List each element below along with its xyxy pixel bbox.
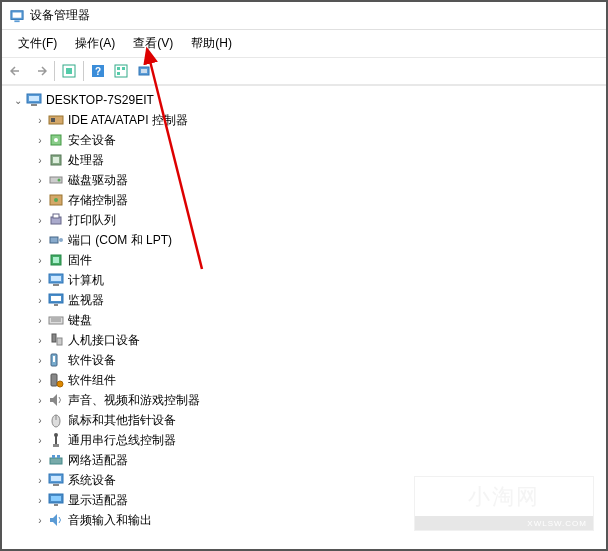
expander-closed-icon[interactable]: › [34, 434, 46, 446]
category-node[interactable]: ›软件设备 [32, 350, 606, 370]
menu-action[interactable]: 操作(A) [67, 32, 123, 55]
expander-closed-icon[interactable]: › [34, 314, 46, 326]
menu-view[interactable]: 查看(V) [125, 32, 181, 55]
svg-rect-51 [53, 444, 59, 447]
svg-rect-10 [117, 72, 120, 75]
expander-closed-icon[interactable]: › [34, 474, 46, 486]
svg-text:?: ? [95, 66, 101, 77]
computer-icon [26, 92, 42, 108]
category-label: 监视器 [68, 292, 104, 309]
category-label: 系统设备 [68, 472, 116, 489]
category-label: 计算机 [68, 272, 104, 289]
back-button[interactable] [6, 60, 28, 82]
category-label: 安全设备 [68, 132, 116, 149]
app-icon [10, 9, 24, 23]
expander-closed-icon[interactable]: › [34, 194, 46, 206]
svg-rect-56 [51, 476, 61, 481]
firmware-icon [48, 252, 64, 268]
expander-closed-icon[interactable]: › [34, 454, 46, 466]
category-label: 键盘 [68, 312, 92, 329]
expander-closed-icon[interactable]: › [34, 274, 46, 286]
category-label: 处理器 [68, 152, 104, 169]
expander-closed-icon[interactable]: › [34, 254, 46, 266]
expander-open-icon[interactable]: ⌄ [12, 94, 24, 106]
category-node[interactable]: ›安全设备 [32, 130, 606, 150]
svg-rect-4 [66, 68, 72, 74]
category-node[interactable]: ›IDE ATA/ATAPI 控制器 [32, 110, 606, 130]
scan-button[interactable] [110, 60, 132, 82]
category-node[interactable]: ›鼠标和其他指针设备 [32, 410, 606, 430]
svg-rect-60 [54, 504, 58, 506]
menu-help[interactable]: 帮助(H) [183, 32, 240, 55]
expander-closed-icon[interactable]: › [34, 234, 46, 246]
svg-point-46 [57, 381, 63, 387]
expander-closed-icon[interactable]: › [34, 174, 46, 186]
svg-rect-50 [55, 436, 57, 444]
category-label: 固件 [68, 252, 92, 269]
category-node[interactable]: ›通用串行总线控制器 [32, 430, 606, 450]
svg-rect-41 [52, 334, 56, 342]
hid-icon [48, 332, 64, 348]
expander-closed-icon[interactable]: › [34, 294, 46, 306]
software-icon [48, 352, 64, 368]
category-node[interactable]: ›磁盘驱动器 [32, 170, 606, 190]
port-icon [48, 232, 64, 248]
expander-closed-icon[interactable]: › [34, 334, 46, 346]
category-node[interactable]: ›软件组件 [32, 370, 606, 390]
expander-closed-icon[interactable]: › [34, 114, 46, 126]
expander-closed-icon[interactable]: › [34, 374, 46, 386]
svg-rect-2 [14, 20, 19, 22]
svg-point-29 [59, 238, 63, 242]
category-node[interactable]: ›存储控制器 [32, 190, 606, 210]
svg-rect-45 [51, 374, 57, 386]
expander-closed-icon[interactable]: › [34, 354, 46, 366]
help-button[interactable]: ? [87, 60, 109, 82]
update-button[interactable] [133, 60, 155, 82]
category-node[interactable]: ›键盘 [32, 310, 606, 330]
svg-rect-37 [54, 304, 58, 306]
category-label: 存储控制器 [68, 192, 128, 209]
category-label: 软件组件 [68, 372, 116, 389]
category-node[interactable]: ›打印队列 [32, 210, 606, 230]
properties-button[interactable] [58, 60, 80, 82]
category-node[interactable]: ›声音、视频和游戏控制器 [32, 390, 606, 410]
expander-closed-icon[interactable]: › [34, 494, 46, 506]
display-icon [48, 492, 64, 508]
menu-file[interactable]: 文件(F) [10, 32, 65, 55]
svg-rect-14 [29, 96, 39, 101]
expander-closed-icon[interactable]: › [34, 154, 46, 166]
category-label: 显示适配器 [68, 492, 128, 509]
separator [54, 61, 55, 81]
svg-rect-9 [122, 67, 125, 70]
audio-icon [48, 392, 64, 408]
watermark-text: 小淘网 [415, 477, 593, 516]
category-node[interactable]: ›人机接口设备 [32, 330, 606, 350]
svg-rect-36 [51, 296, 61, 301]
svg-rect-52 [50, 458, 62, 464]
category-node[interactable]: ›计算机 [32, 270, 606, 290]
svg-rect-1 [13, 12, 22, 17]
expander-closed-icon[interactable]: › [34, 134, 46, 146]
svg-rect-34 [53, 284, 59, 286]
svg-rect-53 [52, 455, 55, 458]
svg-point-25 [54, 198, 58, 202]
network-icon [48, 452, 64, 468]
root-node[interactable]: ⌄ DESKTOP-7S29EIT [10, 90, 606, 110]
audioio-icon [48, 512, 64, 528]
svg-rect-59 [51, 496, 61, 501]
category-node[interactable]: ›监视器 [32, 290, 606, 310]
svg-rect-57 [53, 484, 59, 486]
category-node[interactable]: ›网络适配器 [32, 450, 606, 470]
forward-button[interactable] [29, 60, 51, 82]
category-node[interactable]: ›端口 (COM 和 LPT) [32, 230, 606, 250]
expander-closed-icon[interactable]: › [34, 214, 46, 226]
svg-rect-27 [53, 214, 59, 218]
monitor-icon [48, 292, 64, 308]
category-node[interactable]: ›固件 [32, 250, 606, 270]
svg-rect-42 [57, 338, 62, 345]
expander-closed-icon[interactable]: › [34, 414, 46, 426]
expander-closed-icon[interactable]: › [34, 394, 46, 406]
expander-closed-icon[interactable]: › [34, 514, 46, 526]
window-title: 设备管理器 [30, 7, 90, 24]
category-node[interactable]: ›处理器 [32, 150, 606, 170]
